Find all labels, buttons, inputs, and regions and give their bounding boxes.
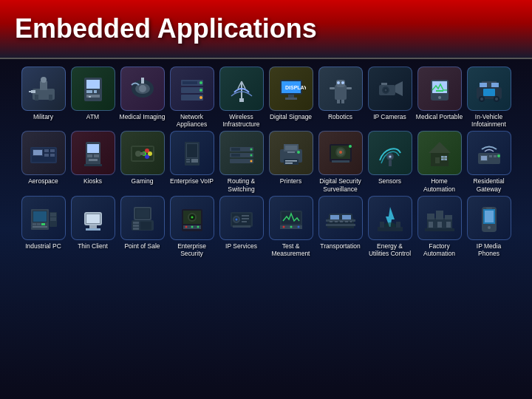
item-enterprise-security[interactable]: Enterprise Security: [168, 196, 216, 257]
item-ip-media-phones[interactable]: IP Media Phones: [466, 196, 513, 257]
item-home-automation[interactable]: Home Automation: [416, 131, 463, 192]
item-robotics[interactable]: Robotics: [317, 66, 364, 128]
svg-rect-188: [445, 215, 452, 219]
svg-rect-192: [425, 228, 454, 231]
item-atm[interactable]: ATM: [69, 66, 117, 128]
item-test-measurement-label: Test & Measurement: [267, 242, 315, 257]
svg-rect-166: [242, 221, 247, 222]
item-factory-automation[interactable]: Factory Automation: [416, 196, 463, 257]
item-wireless[interactable]: Wireless Infrastructure: [218, 66, 265, 128]
svg-rect-124: [489, 155, 492, 157]
svg-point-93: [250, 160, 252, 163]
item-printers[interactable]: Printers: [267, 131, 315, 192]
item-point-of-sale[interactable]: Point of Sale: [119, 196, 166, 257]
item-ip-services[interactable]: IP Services: [218, 196, 265, 257]
item-kiosks[interactable]: Kiosks: [69, 131, 117, 192]
svg-rect-99: [284, 159, 299, 165]
item-ip-cameras[interactable]: IP Cameras: [366, 66, 414, 128]
item-kiosks-label: Kiosks: [83, 177, 102, 185]
svg-point-36: [337, 81, 340, 84]
svg-rect-81: [140, 152, 145, 155]
item-enterprise-voip[interactable]: Enterprise VoIP: [168, 131, 216, 192]
svg-point-103: [297, 151, 300, 154]
svg-rect-41: [341, 100, 344, 103]
row-2: Aerospace Kiosks: [6, 131, 526, 192]
svg-rect-59: [483, 89, 495, 96]
item-industrial-pc[interactable]: Industrial PC: [20, 196, 67, 257]
svg-point-163: [235, 218, 237, 220]
item-residential-gateway-label: Residential Gateway: [466, 177, 513, 192]
svg-rect-176: [330, 215, 339, 219]
svg-point-113: [389, 156, 391, 158]
item-point-of-sale-label: Point of Sale: [124, 242, 160, 250]
item-aerospace[interactable]: Aerospace: [20, 131, 67, 192]
svg-rect-11: [86, 95, 100, 98]
item-medical-portable[interactable]: Medical Portable: [416, 66, 463, 128]
item-ip-cameras-label: IP Cameras: [373, 113, 406, 120]
svg-rect-177: [342, 215, 351, 219]
item-transportation-label: Transportation: [320, 242, 361, 250]
svg-rect-197: [486, 208, 492, 209]
svg-rect-136: [50, 217, 56, 221]
item-aerospace-label: Aerospace: [28, 177, 58, 185]
svg-rect-85: [186, 159, 190, 160]
item-residential-gateway[interactable]: Residential Gateway: [466, 131, 513, 192]
svg-rect-16: [141, 78, 144, 83]
svg-point-2: [41, 77, 47, 83]
svg-point-154: [191, 216, 193, 218]
svg-point-51: [438, 96, 441, 99]
item-network-appliances[interactable]: Network Appliances: [168, 66, 216, 128]
svg-rect-23: [183, 81, 197, 84]
item-medical-imaging[interactable]: Medical Imaging: [119, 66, 166, 128]
svg-rect-70: [87, 154, 92, 157]
svg-point-21: [200, 89, 202, 92]
svg-rect-12: [89, 96, 91, 98]
svg-rect-165: [242, 218, 249, 219]
item-wireless-label: Wireless Infrastructure: [218, 113, 265, 128]
svg-point-92: [250, 154, 252, 157]
svg-marker-115: [429, 142, 451, 153]
svg-point-110: [349, 145, 352, 148]
item-digital-security[interactable]: Digital Security Surveillance: [317, 131, 364, 192]
page-title: Embedded Applications: [15, 13, 317, 44]
svg-rect-186: [427, 214, 434, 219]
item-factory-automation-label: Factory Automation: [416, 242, 463, 257]
svg-rect-84: [187, 144, 197, 157]
svg-point-173: [297, 225, 299, 228]
svg-point-157: [191, 225, 193, 228]
item-transportation[interactable]: Transportation: [317, 196, 364, 257]
svg-rect-189: [429, 222, 433, 228]
row-1: Military ATM: [6, 66, 526, 128]
svg-rect-98: [285, 146, 297, 150]
svg-rect-140: [89, 225, 97, 228]
item-military[interactable]: Military: [20, 66, 67, 128]
item-robotics-label: Robotics: [328, 113, 352, 120]
item-digital-security-label: Digital Security Surveillance: [317, 177, 364, 192]
svg-rect-94: [231, 148, 240, 151]
item-digital-signage-label: Digital Signage: [270, 113, 312, 120]
item-medical-portable-label: Medical Portable: [416, 113, 463, 120]
svg-rect-9: [86, 90, 92, 93]
svg-rect-139: [86, 214, 100, 223]
item-in-vehicle[interactable]: In-Vehicle Infotainment: [466, 66, 513, 128]
item-sensors[interactable]: Sensors: [366, 131, 414, 192]
svg-marker-43: [395, 81, 403, 96]
item-digital-signage[interactable]: DISPLAY Digital Signage: [267, 66, 315, 128]
item-test-measurement[interactable]: Test & Measurement: [267, 196, 315, 257]
item-home-automation-label: Home Automation: [416, 177, 463, 192]
svg-rect-86: [186, 161, 190, 163]
item-gaming[interactable]: Gaming: [119, 131, 166, 192]
item-energy-utilities[interactable]: Energy & Utilities Control: [366, 196, 414, 257]
svg-rect-144: [136, 209, 149, 218]
svg-rect-72: [89, 159, 98, 161]
svg-rect-95: [231, 154, 240, 157]
header: Embedded Applications: [0, 0, 532, 59]
svg-rect-117: [435, 157, 440, 163]
svg-rect-100: [285, 160, 297, 162]
svg-rect-66: [50, 149, 55, 152]
svg-point-46: [384, 89, 386, 92]
item-routing[interactable]: Routing & Switching: [218, 131, 265, 192]
svg-text:DISPLAY: DISPLAY: [285, 85, 306, 90]
item-thin-client[interactable]: Thin Client: [69, 196, 117, 257]
svg-rect-129: [33, 211, 47, 222]
